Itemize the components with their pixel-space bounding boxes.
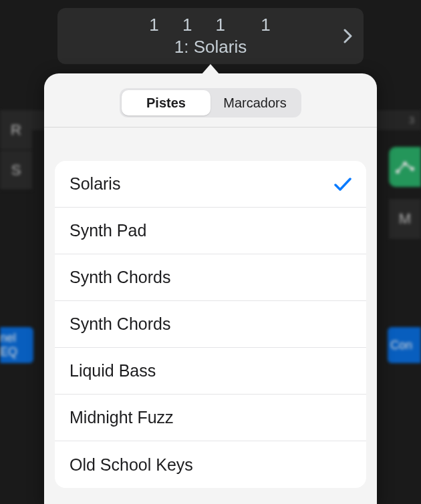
lcd-digit: 1 [216,15,227,35]
lcd-digit: 1 [149,15,160,35]
list-item[interactable]: Synth Chords [55,301,366,348]
right-button-column: M [389,147,421,239]
list-item[interactable]: Synth Chords [55,254,366,301]
record-enable-button[interactable]: R [0,110,32,150]
lcd-digit: 1 [182,15,193,35]
checkmark-icon [334,177,352,192]
track-label: Old School Keys [69,455,193,475]
compressor-badge[interactable]: Con [388,327,421,363]
track-label: Solaris [69,174,120,194]
track-list-wrap: Solaris Synth Pad Synth Chords Synth Cho… [44,128,377,504]
track-label: Midnight Fuzz [69,408,174,427]
mute-button[interactable]: M [389,199,421,239]
lcd-track-name: 1: Solaris [141,37,280,57]
segmented-control: Pistes Marcadors [120,88,301,117]
list-item[interactable]: Old School Keys [55,441,366,488]
solo-button[interactable]: S [0,150,32,190]
track-label: Liquid Bass [69,361,156,381]
list-item[interactable]: Liquid Bass [55,348,366,395]
track-label: Synth Chords [69,268,170,287]
track-picker-popover: Pistes Marcadors Solaris Synth Pad Synth… [44,73,377,504]
left-button-column: R S [0,110,32,190]
channel-eq-badge[interactable]: nel EQ [0,327,33,363]
lcd-position: 1 1 1 1 [141,15,280,35]
list-item[interactable]: Solaris [55,161,366,208]
popover-arrow [201,64,220,75]
track-label: Synth Chords [69,314,170,334]
chevron-right-icon [343,29,353,43]
list-item[interactable]: Midnight Fuzz [55,395,366,441]
track-label: Synth Pad [69,221,146,240]
tab-tracks[interactable]: Pistes [122,90,210,115]
list-item[interactable]: Synth Pad [55,208,366,254]
lcd-inner: 1 1 1 1 1: Solaris [141,15,280,57]
ruler-marker: 3 [409,115,414,125]
lcd-display[interactable]: 1 1 1 1 1: Solaris [57,8,364,64]
automation-icon [395,160,415,174]
segmented-control-wrap: Pistes Marcadors [44,73,377,128]
track-list: Solaris Synth Pad Synth Chords Synth Cho… [55,161,366,488]
lcd-digit: 1 [261,15,271,35]
automation-button[interactable] [389,147,421,187]
tab-markers[interactable]: Marcadors [210,90,299,115]
